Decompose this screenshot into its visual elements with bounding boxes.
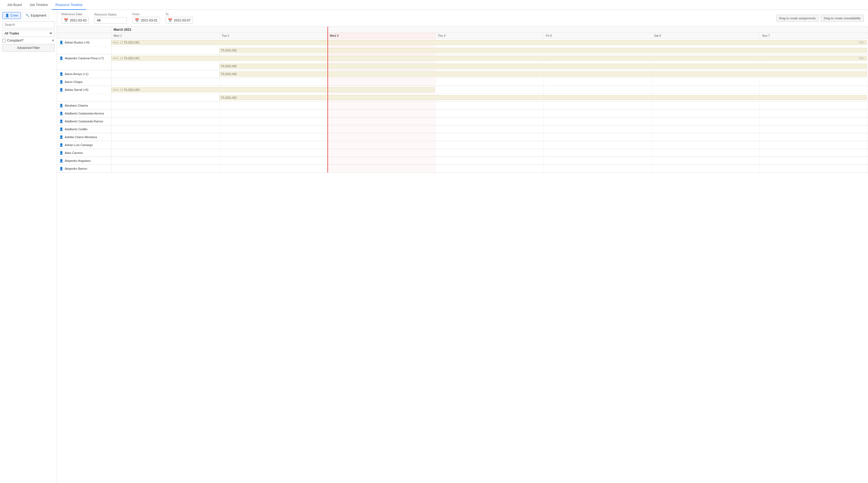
day-cell-11-0-3[interactable] (436, 149, 544, 157)
day-cell-7-0-2[interactable] (328, 117, 436, 125)
day-cell-12-0-3[interactable] (436, 157, 544, 165)
day-cell-13-0-4[interactable] (544, 165, 652, 172)
compliant-checkbox[interactable] (2, 39, 6, 42)
drag-unavailability-button[interactable]: Drag to create unavailability (821, 15, 864, 22)
day-cell-7-0-0[interactable] (112, 117, 220, 125)
day-cell-3-0-2[interactable] (328, 78, 436, 86)
day-cell-5-0-4[interactable] (544, 102, 652, 109)
day-cell-13-0-1[interactable] (220, 165, 328, 172)
day-cell-0-1-0[interactable] (112, 47, 220, 54)
day-cell-4-0-6[interactable] (760, 86, 868, 93)
assignment-bar[interactable]: ‹ Feb. 24TS-2021-001TBD › (112, 56, 867, 61)
day-cell-6-0-2[interactable] (328, 110, 436, 117)
day-cell-12-0-2[interactable] (328, 157, 436, 165)
drag-assignments-button[interactable]: Drag to create assignments (776, 15, 819, 22)
day-cell-10-0-5[interactable] (652, 141, 760, 149)
day-cell-6-0-0[interactable] (112, 110, 220, 117)
day-cell-7-0-3[interactable] (436, 117, 544, 125)
reference-date-input[interactable]: 📅 2021-03-03 (61, 17, 89, 24)
day-cell-5-0-2[interactable] (328, 102, 436, 109)
advanced-filter-button[interactable]: Advanced Filter (2, 44, 55, 52)
day-cell-6-0-1[interactable] (220, 110, 328, 117)
nav-resource-timeline[interactable]: Resource Timeline (52, 0, 86, 10)
day-cell-9-0-1[interactable] (220, 133, 328, 141)
day-cell-2-0-0[interactable] (112, 70, 220, 78)
day-cell-4-0-3[interactable] (436, 86, 544, 93)
day-cell-9-0-6[interactable] (760, 133, 868, 141)
to-date-input[interactable]: 📅 2021-03-07 (165, 17, 193, 24)
day-cell-8-0-5[interactable] (652, 125, 760, 133)
day-cell-11-0-1[interactable] (220, 149, 328, 157)
tab-equipment[interactable]: 🔧 Equipment (23, 12, 49, 19)
calendar-wrapper[interactable]: March 2021 Mon 1 Tue 2 Wed 3 Thu 4 Fri 5… (57, 27, 868, 483)
day-cell-13-0-2[interactable] (328, 165, 436, 172)
assignment-bar[interactable]: ‹ Feb. 26TS-2021-003 (112, 87, 435, 92)
day-cell-11-0-0[interactable] (112, 149, 220, 157)
from-date-input[interactable]: 📅 2021-03-01 (132, 17, 160, 24)
day-cell-10-0-0[interactable] (112, 141, 220, 149)
day-cell-10-0-2[interactable] (328, 141, 436, 149)
day-cell-10-0-3[interactable] (436, 141, 544, 149)
day-cell-7-0-1[interactable] (220, 117, 328, 125)
day-cell-12-0-1[interactable] (220, 157, 328, 165)
day-cell-4-1-0[interactable] (112, 94, 220, 102)
day-cell-10-0-1[interactable] (220, 141, 328, 149)
day-cell-11-0-6[interactable] (760, 149, 868, 157)
day-cell-13-0-0[interactable] (112, 165, 220, 172)
day-cell-10-0-6[interactable] (760, 141, 868, 149)
day-cell-13-0-5[interactable] (652, 165, 760, 172)
day-cell-6-0-5[interactable] (652, 110, 760, 117)
day-cell-12-0-5[interactable] (652, 157, 760, 165)
day-cell-12-0-6[interactable] (760, 157, 868, 165)
day-cell-6-0-3[interactable] (436, 110, 544, 117)
day-cell-3-0-5[interactable] (652, 78, 760, 86)
day-cell-12-0-0[interactable] (112, 157, 220, 165)
day-cell-5-0-5[interactable] (652, 102, 760, 109)
day-cell-9-0-0[interactable] (112, 133, 220, 141)
day-cell-13-0-6[interactable] (760, 165, 868, 172)
day-cell-7-0-5[interactable] (652, 117, 760, 125)
tab-crew[interactable]: 👤 Crew (2, 12, 21, 19)
day-cell-11-0-5[interactable] (652, 149, 760, 157)
day-cell-5-0-6[interactable] (760, 102, 868, 109)
day-cell-3-0-0[interactable] (112, 78, 220, 86)
day-cell-4-0-4[interactable] (544, 86, 652, 93)
day-cell-6-0-4[interactable] (544, 110, 652, 117)
day-cell-9-0-4[interactable] (544, 133, 652, 141)
resource-status-dropdown[interactable]: All (95, 18, 127, 23)
day-cell-3-0-4[interactable] (544, 78, 652, 86)
day-cell-12-0-4[interactable] (544, 157, 652, 165)
trades-dropdown[interactable]: All Trades (2, 30, 55, 37)
day-cell-8-0-3[interactable] (436, 125, 544, 133)
search-input[interactable] (2, 21, 55, 28)
day-cell-7-0-6[interactable] (760, 117, 868, 125)
day-cell-8-0-4[interactable] (544, 125, 652, 133)
day-cell-6-0-6[interactable] (760, 110, 868, 117)
day-cell-5-0-1[interactable] (220, 102, 328, 109)
day-cell-4-0-5[interactable] (652, 86, 760, 93)
day-cell-8-0-1[interactable] (220, 125, 328, 133)
day-cell-13-0-3[interactable] (436, 165, 544, 172)
resource-status-select[interactable]: All (94, 17, 127, 24)
assignment-bar[interactable]: TS-2021-002 (220, 64, 867, 68)
nav-job-board[interactable]: Job Board (3, 0, 26, 10)
day-cell-7-0-4[interactable] (544, 117, 652, 125)
day-cell-3-0-3[interactable] (436, 78, 544, 86)
day-cell-1-1-0[interactable] (112, 62, 220, 70)
day-cell-8-0-0[interactable] (112, 125, 220, 133)
nav-job-timeline[interactable]: Job Timeline (26, 0, 52, 10)
day-cell-11-0-2[interactable] (328, 149, 436, 157)
day-cell-9-0-5[interactable] (652, 133, 760, 141)
day-cell-8-0-6[interactable] (760, 125, 868, 133)
assignment-bar[interactable]: ‹ Feb. 22TS-2021-001TBD › (112, 40, 867, 45)
day-cell-10-0-4[interactable] (544, 141, 652, 149)
assignment-bar[interactable]: TS-2021-002 (220, 48, 867, 53)
day-cell-11-0-4[interactable] (544, 149, 652, 157)
assignment-bar[interactable]: TS-2021-002 (220, 95, 867, 100)
day-cell-3-0-1[interactable] (220, 78, 328, 86)
day-cell-3-0-6[interactable] (760, 78, 868, 86)
assignment-bar[interactable]: TS-2021-002 (220, 72, 867, 77)
day-cell-9-0-2[interactable] (328, 133, 436, 141)
day-cell-5-0-3[interactable] (436, 102, 544, 109)
day-cell-5-0-0[interactable] (112, 102, 220, 109)
